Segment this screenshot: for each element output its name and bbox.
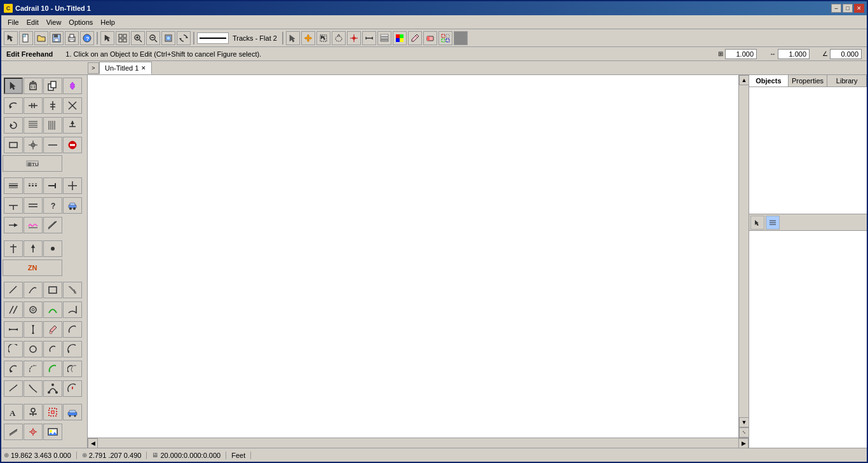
tb-zoom-in[interactable]	[131, 31, 145, 45]
minimize-button[interactable]: –	[831, 4, 841, 13]
tool-track-image[interactable]	[43, 424, 62, 440]
tool-lens-draw[interactable]	[24, 301, 43, 318]
tb-group[interactable]	[438, 31, 452, 45]
tb-zoom-out[interactable]	[146, 31, 160, 45]
tool-track-query[interactable]: ?	[43, 197, 62, 214]
line-style-selector[interactable]	[197, 32, 229, 44]
tb-layer[interactable]	[377, 31, 391, 45]
tool-arc-end[interactable]	[63, 341, 82, 357]
close-button[interactable]: ✕	[854, 4, 864, 13]
scroll-right-button[interactable]: ▶	[738, 438, 749, 448]
tool-curve-draw[interactable]	[24, 282, 43, 298]
tool-copy[interactable]	[43, 78, 62, 94]
tool-arc-back[interactable]	[4, 361, 23, 377]
canvas-area[interactable]	[88, 75, 738, 438]
tool-arc-partial[interactable]	[43, 341, 62, 357]
tool-arc-corner[interactable]	[63, 301, 82, 318]
right-nav-button[interactable]	[750, 216, 764, 230]
tool-text[interactable]: A	[4, 404, 23, 420]
right-list-button[interactable]	[766, 216, 780, 230]
tb-lasso[interactable]	[332, 31, 346, 45]
menu-view[interactable]: View	[43, 17, 65, 27]
scroll-up-button[interactable]: ▲	[739, 75, 749, 85]
tool-circ-arc[interactable]	[4, 341, 23, 357]
tool-track-arrow-up[interactable]	[24, 240, 43, 257]
tool-grid-v[interactable]	[43, 117, 62, 134]
tool-circle[interactable]	[24, 341, 43, 357]
tab-untitled1[interactable]: Un-Titled 1 ✕	[99, 62, 152, 74]
tool-eyedrop[interactable]	[43, 321, 62, 338]
tool-track-diag[interactable]	[43, 217, 62, 233]
tool-track-star[interactable]	[24, 424, 43, 440]
tool-track-slope[interactable]	[4, 424, 23, 440]
tool-arc-r[interactable]	[63, 321, 82, 338]
tool-zn[interactable]: ZN	[3, 259, 62, 276]
menu-help[interactable]: Help	[97, 17, 119, 27]
tool-track-split[interactable]	[4, 197, 23, 214]
tb-last[interactable]	[454, 31, 468, 45]
tool-car-place[interactable]	[63, 404, 82, 420]
tab-close-button[interactable]: ✕	[141, 65, 146, 71]
tb-color[interactable]	[393, 31, 407, 45]
tool-transform[interactable]	[63, 78, 82, 94]
toolbar-select[interactable]	[4, 31, 18, 45]
tool-select-arrow[interactable]	[4, 78, 23, 94]
toolbar-help[interactable]: ?	[80, 31, 94, 45]
tool-track-cross[interactable]	[63, 177, 82, 194]
tool-arc-draw[interactable]	[43, 301, 62, 318]
tb-pan[interactable]	[301, 31, 315, 45]
tool-track-end[interactable]	[43, 177, 62, 194]
tool-extend-h[interactable]	[24, 97, 43, 114]
tool-no-entry[interactable]	[63, 137, 82, 153]
tab-scroll-button[interactable]: >	[88, 62, 99, 74]
tb-eraser[interactable]	[423, 31, 437, 45]
toolbar-open[interactable]	[34, 31, 48, 45]
tb-refresh[interactable]	[177, 31, 191, 45]
tool-line-h[interactable]	[43, 137, 62, 153]
menu-options[interactable]: Options	[65, 17, 97, 27]
tool-track-wave[interactable]	[24, 217, 43, 233]
tool-extend-top[interactable]	[63, 117, 82, 134]
tab-library[interactable]: Library	[827, 75, 867, 86]
toolbar-save[interactable]	[50, 31, 64, 45]
tool-special[interactable]: ⊞TUL	[3, 155, 62, 172]
tool-ease-in[interactable]	[4, 380, 23, 397]
tool-arrow-h2[interactable]	[4, 321, 23, 338]
tool-diag-draw[interactable]	[4, 301, 23, 318]
tb-select-box[interactable]	[316, 31, 330, 45]
tool-track-pin[interactable]	[4, 240, 23, 257]
tab-objects[interactable]: Objects	[749, 75, 789, 86]
tool-track-dash[interactable]	[24, 177, 43, 194]
tool-node-edit[interactable]	[43, 380, 62, 397]
menu-edit[interactable]: Edit	[23, 17, 43, 27]
scroll-left-button[interactable]: ◀	[88, 438, 98, 448]
tb-measure[interactable]	[362, 31, 376, 45]
horizontal-scrollbar[interactable]: ◀ ▶	[88, 438, 749, 448]
tool-track-parallel[interactable]	[24, 197, 43, 214]
scroll-track-h[interactable]	[98, 438, 738, 448]
tool-arc-green[interactable]	[43, 361, 62, 377]
tb-cursor[interactable]	[100, 31, 114, 45]
tool-track-straight[interactable]	[4, 177, 23, 194]
tb-pen[interactable]	[408, 31, 422, 45]
tool-line-draw[interactable]	[4, 282, 23, 298]
tool-rect[interactable]	[4, 137, 23, 153]
toolbar-print[interactable]	[65, 31, 79, 45]
toolbar-new[interactable]	[19, 31, 33, 45]
tool-arc-multi[interactable]	[63, 361, 82, 377]
tool-arc-deg[interactable]	[24, 361, 43, 377]
tool-delete[interactable]	[24, 78, 43, 94]
scroll-down-button[interactable]: ▼	[739, 417, 749, 427]
tb-fit[interactable]	[161, 31, 175, 45]
tool-arc-split[interactable]	[63, 380, 82, 397]
tool-track-arrow-r[interactable]	[4, 217, 23, 233]
tool-rect-select[interactable]	[43, 404, 62, 420]
tool-extend-v[interactable]	[43, 97, 62, 114]
tool-arrow-v2[interactable]	[24, 321, 43, 338]
tool-center-mark[interactable]	[24, 137, 43, 153]
tool-rotate[interactable]	[4, 117, 23, 134]
tool-anchor[interactable]	[24, 404, 43, 420]
tool-hash-draw[interactable]: |	[63, 282, 82, 298]
tab-properties[interactable]: Properties	[789, 75, 828, 86]
tool-ease-out[interactable]	[24, 380, 43, 397]
